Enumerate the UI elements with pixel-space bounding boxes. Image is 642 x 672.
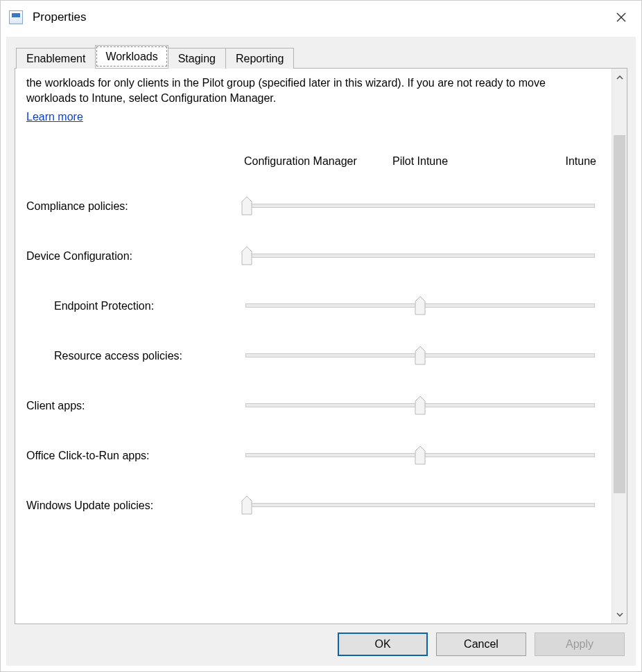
slider-thumb[interactable] [415,346,426,365]
slider-track [245,204,595,208]
tab-staging[interactable]: Staging [168,48,226,69]
slider-track [245,254,595,258]
slider-device-configuration[interactable] [241,247,599,264]
row-label-resource-access-policies: Resource access policies: [26,348,241,364]
svg-marker-5 [415,346,425,364]
svg-marker-7 [415,446,425,464]
slider-endpoint-protection[interactable] [241,297,599,314]
col-header-pilot-intune: Pilot Intune [361,154,480,169]
dialog-button-row: OK Cancel Apply [15,624,627,657]
slider-compliance-policies[interactable] [241,197,599,214]
scrollbar-track[interactable] [612,87,627,605]
row-label-device-configuration: Device Configuration: [26,249,241,264]
panel-description: the workloads for only clients in the Pi… [26,76,581,105]
workloads-grid: Configuration Manager Pilot Intune Intun… [26,154,605,514]
tab-panel: the workloads for only clients in the Pi… [15,68,627,624]
row-label-windows-update-policies: Windows Update policies: [26,498,241,513]
slider-thumb[interactable] [415,445,426,465]
svg-marker-3 [242,247,252,265]
slider-column-headers: Configuration Manager Pilot Intune Intun… [241,154,599,169]
svg-marker-6 [415,396,425,414]
col-header-config-manager: Configuration Manager [241,154,361,169]
scrollbar-thumb[interactable] [614,135,625,493]
dialog-window: Properties Enablement Workloads Staging … [0,0,642,672]
row-label-compliance-policies: Compliance policies: [26,199,241,214]
apply-button: Apply [535,633,625,656]
ok-button[interactable]: OK [338,633,428,656]
titlebar: Properties [6,6,636,34]
tab-workloads[interactable]: Workloads [95,45,168,68]
slider-thumb[interactable] [241,495,252,515]
window-title: Properties [33,10,611,24]
row-label-endpoint-protection: Endpoint Protection: [26,299,241,314]
cancel-button[interactable]: Cancel [436,633,526,656]
slider-track [245,503,595,507]
tab-strip: Enablement Workloads Staging Reporting [15,45,627,68]
slider-windows-update-policies[interactable] [241,497,599,513]
slider-thumb[interactable] [241,196,252,215]
workloads-panel: the workloads for only clients in the Pi… [15,69,611,624]
vertical-scrollbar[interactable] [611,69,627,624]
row-label-office-c2r-apps: Office Click-to-Run apps: [26,448,241,463]
svg-marker-4 [415,297,425,315]
slider-thumb[interactable] [415,296,426,315]
close-button[interactable] [611,9,632,26]
scroll-down-arrow-icon[interactable] [612,605,627,624]
svg-marker-2 [242,197,252,215]
scroll-up-arrow-icon[interactable] [612,69,627,87]
learn-more-link[interactable]: Learn more [26,109,83,125]
col-header-intune: Intune [480,154,599,169]
slider-resource-access-policies[interactable] [241,347,599,364]
app-icon [9,10,23,24]
slider-thumb[interactable] [415,396,426,415]
svg-marker-8 [242,496,252,514]
client-area: Enablement Workloads Staging Reporting t… [6,37,636,666]
tab-reporting[interactable]: Reporting [225,48,294,69]
slider-client-apps[interactable] [241,397,599,414]
row-label-client-apps: Client apps: [26,398,241,414]
slider-office-c2r-apps[interactable] [241,447,599,463]
tab-enablement[interactable]: Enablement [16,48,96,69]
slider-thumb[interactable] [241,246,252,265]
